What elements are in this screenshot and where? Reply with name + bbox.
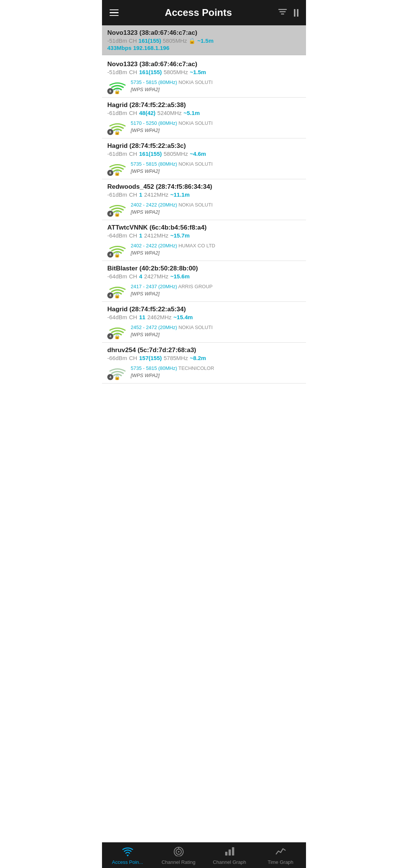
ap-signal-row: -61dBm CH 161(155) 5805MHz ~4.6m	[107, 151, 301, 157]
ap-distance: ~5.1m	[184, 110, 200, 116]
ap-ch-label: CH	[129, 191, 138, 198]
ap-signal: -64dBm	[107, 314, 127, 320]
ap-detail-row: 4 🔒 5735 - 5815 (80MHz) TECHNICOLOR [WPS…	[107, 363, 301, 380]
ap-freq: 2427MHz	[144, 273, 168, 279]
lock-icon: 🔒	[114, 334, 120, 339]
selected-ap-ip-row: 433Mbps 192.168.1.196	[107, 45, 301, 51]
lock-icon: 🔒	[114, 170, 120, 176]
ap-freq: 5805MHz	[164, 151, 188, 157]
ap-signal-row: -61dBm CH 1 2412MHz ~11.1m	[107, 191, 301, 198]
ap-detail-row: 4 🔒 2402 - 2422 (20MHz) HUMAX CO LTD [WP…	[107, 241, 301, 258]
ap-channel: 1	[139, 191, 142, 198]
ap-freq-range: 2402 - 2422 (20MHz) HUMAX CO LTD	[131, 242, 215, 250]
wifi-signal-icon: 6 🔒	[107, 78, 128, 94]
ap-signal-row: -64dBm CH 4 2427MHz ~15.6m	[107, 273, 301, 279]
ap-name: dhruv254 (5c:7d:7d:27:68:a3)	[107, 346, 301, 354]
ap-list-item[interactable]: Novo1323 (38:a0:67:46:c7:ac) -51dBm CH 1…	[102, 57, 306, 98]
selected-distance: ~1.5m	[197, 37, 213, 44]
ap-detail-row: 4 🔒 2402 - 2422 (20MHz) NOKIA SOLUTI [WP…	[107, 200, 301, 217]
selected-ap-name: Novo1323 (38:a0:67:46:c7:ac)	[107, 29, 301, 37]
app-header: Access Points	[102, 0, 306, 25]
ap-distance: ~8.2m	[190, 355, 206, 361]
selected-ch-label: CH	[129, 37, 139, 44]
ap-detail-row: 4 🔒 2417 - 2437 (20MHz) ARRIS GROUP [WPS…	[107, 282, 301, 298]
ap-signal-row: -51dBm CH 161(155) 5805MHz ~1.5m	[107, 69, 301, 75]
wifi-channel-badge: 4	[107, 252, 113, 258]
ap-freq-range: 5735 - 5815 (80MHz) TECHNICOLOR	[131, 365, 214, 372]
ap-detail-row: 6 🔒 5170 - 5250 (80MHz) NOKIA SOLUTI [WP…	[107, 118, 301, 135]
ap-signal-row: -64dBm CH 1 2412MHz ~15.7m	[107, 232, 301, 239]
ap-list-item[interactable]: dhruv254 (5c:7d:7d:27:68:a3) -66dBm CH 1…	[102, 343, 306, 384]
ap-distance: ~15.6m	[170, 273, 190, 279]
wifi-channel-badge: 4	[107, 292, 113, 298]
ap-distance: ~11.1m	[170, 191, 190, 198]
ap-freq-range: 2417 - 2437 (20MHz) ARRIS GROUP	[131, 283, 213, 290]
ap-freq-info: 2452 - 2472 (20MHz) NOKIA SOLUTI [WPS WP…	[131, 324, 213, 339]
ap-channel: 161(155)	[139, 151, 162, 157]
selected-channel: 161(155)	[139, 37, 161, 44]
ap-freq-range: 5170 - 5250 (80MHz) NOKIA SOLUTI	[131, 120, 213, 127]
ap-freq: 2412MHz	[144, 232, 168, 239]
ap-distance: ~1.5m	[190, 69, 206, 75]
wifi-channel-badge: 4	[107, 333, 113, 339]
ap-freq-info: 5735 - 5815 (80MHz) NOKIA SOLUTI [WPS WP…	[131, 160, 213, 175]
ap-security: [WPS WPA2]	[131, 331, 213, 339]
selected-ap-item[interactable]: Novo1323 (38:a0:67:46:c7:ac) -51dBm CH 1…	[102, 25, 306, 55]
lock-icon: 🔒	[114, 211, 120, 217]
ap-name: BitBlaster (40:2b:50:28:8b:00)	[107, 265, 301, 272]
ap-list-item[interactable]: Hagrid (28:74:f5:22:a5:38) -61dBm CH 48(…	[102, 98, 306, 138]
ap-signal: -61dBm	[107, 110, 127, 116]
ap-signal-row: -61dBm CH 48(42) 5240MHz ~5.1m	[107, 110, 301, 116]
wifi-signal-icon: 4 🔒	[107, 323, 128, 339]
ap-signal: -64dBm	[107, 273, 127, 279]
ap-freq-info: 2402 - 2422 (20MHz) NOKIA SOLUTI [WPS WP…	[131, 201, 213, 216]
wifi-channel-badge: 6	[107, 170, 113, 176]
ap-list-item[interactable]: BitBlaster (40:2b:50:28:8b:00) -64dBm CH…	[102, 261, 306, 302]
wifi-channel-badge: 4	[107, 374, 113, 380]
selected-freq: 5805MHz	[163, 37, 187, 44]
ap-list-item[interactable]: Redwoods_452 (28:74:f5:86:34:34) -61dBm …	[102, 179, 306, 220]
ap-list: Novo1323 (38:a0:67:46:c7:ac) -51dBm CH 1…	[102, 57, 306, 414]
ap-freq: 2412MHz	[144, 191, 168, 198]
wifi-channel-badge: 4	[107, 211, 113, 217]
ap-signal: -64dBm	[107, 232, 127, 239]
ap-detail-row: 6 🔒 5735 - 5815 (80MHz) NOKIA SOLUTI [WP…	[107, 78, 301, 94]
ap-channel: 4	[139, 273, 142, 279]
ap-freq-info: 5735 - 5815 (80MHz) NOKIA SOLUTI [WPS WP…	[131, 79, 213, 93]
ap-distance: ~15.4m	[173, 314, 193, 320]
ap-ch-label: CH	[129, 355, 138, 361]
ap-detail-row: 6 🔒 5735 - 5815 (80MHz) NOKIA SOLUTI [WP…	[107, 159, 301, 176]
ap-freq-range: 5735 - 5815 (80MHz) NOKIA SOLUTI	[131, 79, 213, 86]
lock-icon: 🔒	[114, 252, 120, 258]
ap-security: [WPS WPA2]	[131, 249, 215, 257]
selected-ip-val: 192.168.1.196	[133, 45, 169, 51]
ap-name: Redwoods_452 (28:74:f5:86:34:34)	[107, 183, 301, 191]
ap-list-item[interactable]: Hagrid (28:74:f5:22:a5:3c) -61dBm CH 161…	[102, 138, 306, 179]
ap-security: [WPS WPA2]	[131, 127, 213, 134]
ap-freq-range: 5735 - 5815 (80MHz) NOKIA SOLUTI	[131, 160, 213, 168]
filter-icon[interactable]	[278, 8, 287, 18]
ap-freq-info: 5735 - 5815 (80MHz) TECHNICOLOR [WPS WPA…	[131, 365, 214, 379]
selected-signal: -51dBm	[107, 37, 127, 44]
ap-distance: ~15.7m	[170, 232, 190, 239]
ap-signal-row: -64dBm CH 11 2462MHz ~15.4m	[107, 314, 301, 320]
ap-signal: -66dBm	[107, 355, 127, 361]
wifi-signal-icon: 4 🔒	[107, 241, 128, 258]
ap-freq-info: 2417 - 2437 (20MHz) ARRIS GROUP [WPS WPA…	[131, 283, 213, 298]
ap-ch-label: CH	[129, 151, 138, 157]
ap-signal: -61dBm	[107, 151, 127, 157]
pause-button[interactable]	[294, 9, 298, 17]
ap-list-item[interactable]: Hagrid (28:74:f5:22:a5:34) -64dBm CH 11 …	[102, 302, 306, 343]
ap-name: Hagrid (28:74:f5:22:a5:3c)	[107, 142, 301, 150]
ap-list-item[interactable]: ATTwtcVNNK (6c:4b:b4:56:f8:a4) -64dBm CH…	[102, 220, 306, 261]
ap-channel: 1	[139, 232, 142, 239]
ap-signal-row: -66dBm CH 157(155) 5785MHz ~8.2m	[107, 355, 301, 361]
wifi-signal-icon: 6 🔒	[107, 159, 128, 176]
ap-security: [WPS WPA2]	[131, 372, 214, 379]
ap-freq-range: 2402 - 2422 (20MHz) NOKIA SOLUTI	[131, 201, 213, 209]
ap-name: Hagrid (28:74:f5:22:a5:38)	[107, 101, 301, 109]
menu-button[interactable]	[110, 9, 119, 16]
ap-ch-label: CH	[129, 110, 138, 116]
ap-security: [WPS WPA2]	[131, 290, 213, 298]
ap-security: [WPS WPA2]	[131, 208, 213, 216]
